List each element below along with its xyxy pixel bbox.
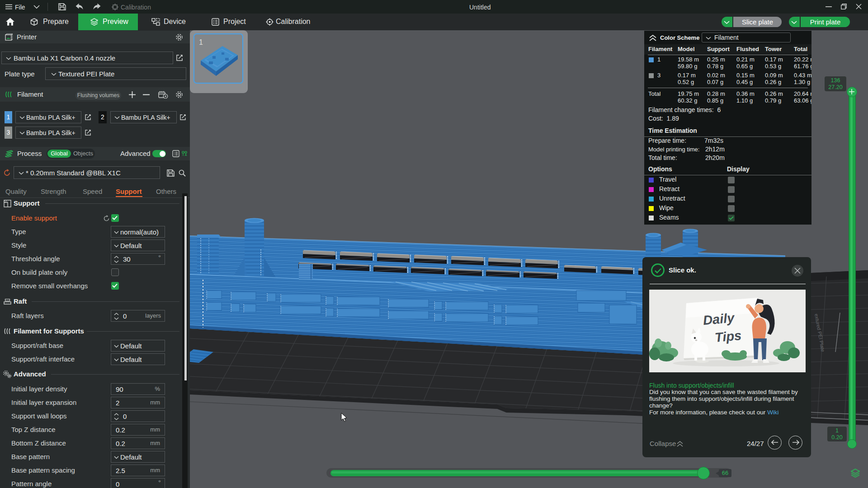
svg-text:Daily: Daily: [703, 310, 736, 328]
svg-text:Tips: Tips: [714, 328, 742, 345]
